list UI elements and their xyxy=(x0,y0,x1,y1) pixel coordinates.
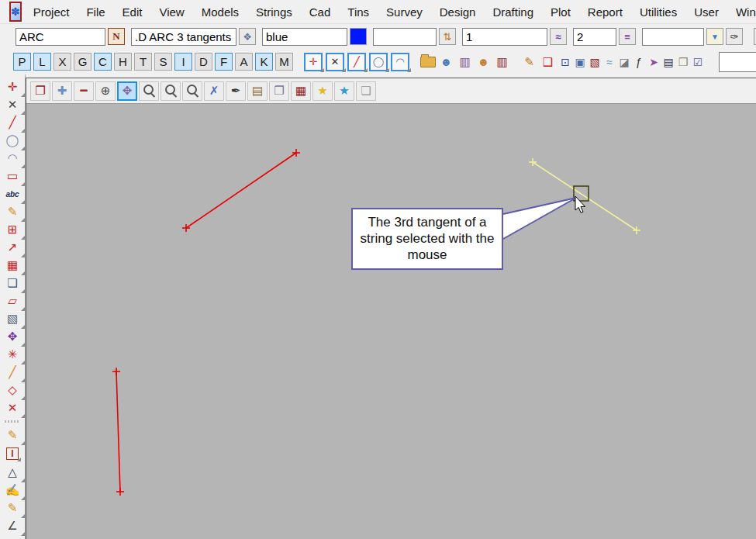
menu-tins[interactable]: Tins xyxy=(339,5,378,19)
model-name-button[interactable]: N xyxy=(108,28,125,45)
polygon-icon[interactable]: ▱ xyxy=(3,293,22,309)
menu-user[interactable]: User xyxy=(685,5,727,19)
node-snap-icon[interactable]: ✕ xyxy=(326,53,344,71)
redraw-brush-icon[interactable]: ✒ xyxy=(226,81,246,101)
tools-folder-icon[interactable] xyxy=(420,57,436,67)
plan-arrow-icon[interactable]: ➤ xyxy=(647,54,661,71)
draw-circle-icon[interactable]: ◯ xyxy=(3,133,22,148)
angle-line-icon[interactable]: ∠ xyxy=(3,518,22,534)
dimension-icon[interactable]: ↗ xyxy=(3,240,22,255)
freehand-pencil-icon[interactable]: ✎ xyxy=(3,427,22,443)
drawing-canvas[interactable]: The 3rd tangent of a string selected wit… xyxy=(26,104,756,539)
multicolor-line-icon[interactable]: ╱ xyxy=(3,365,22,380)
pan-icon[interactable]: ✥ xyxy=(117,81,137,101)
cad-mode-i[interactable]: I xyxy=(174,53,192,71)
menu-project[interactable]: Project xyxy=(25,5,78,19)
tin-panel-icon[interactable]: ≈ xyxy=(602,54,616,71)
cad-mode-g[interactable]: G xyxy=(74,53,91,71)
view-dialog-icon[interactable]: ▦ xyxy=(291,81,311,101)
copy-box-icon[interactable]: ❏ xyxy=(3,275,22,291)
symbol-pencil-icon[interactable]: ✎ xyxy=(3,204,22,219)
plot-icon[interactable]: ▤ xyxy=(247,81,268,101)
colour-swatch-button[interactable] xyxy=(350,28,367,45)
arc-snap-icon[interactable]: ◠ xyxy=(391,53,409,71)
tag-icon[interactable]: ❑ xyxy=(540,54,556,71)
menu-cad[interactable]: Cad xyxy=(301,5,340,19)
linestyle-button[interactable]: ≡ xyxy=(619,28,636,45)
menu-edit[interactable]: Edit xyxy=(114,5,151,19)
zoom-dynamic-icon[interactable] xyxy=(139,81,159,101)
menu-file[interactable]: File xyxy=(78,5,113,19)
menu-utilities[interactable]: Utilities xyxy=(631,5,685,19)
zoom-extents-icon[interactable]: ⊕ xyxy=(95,81,116,101)
zoom-previous-icon[interactable] xyxy=(182,81,202,101)
cad-mode-p[interactable]: P xyxy=(13,53,31,71)
circle-snap-icon[interactable]: ◯ xyxy=(369,53,388,71)
notepad-pencil-icon[interactable]: ✍ xyxy=(3,482,22,498)
red-string-upper[interactable] xyxy=(182,149,300,232)
cad-mode-t[interactable]: T xyxy=(134,53,152,71)
add-vertex-icon[interactable]: ⊞ xyxy=(3,222,22,237)
interest-i-icon[interactable]: I xyxy=(6,447,19,460)
dropdown-arrow-button[interactable]: ▼ xyxy=(706,28,723,45)
function-panel-icon[interactable]: ƒ xyxy=(632,54,646,71)
cad-mode-s[interactable]: S xyxy=(154,53,172,71)
crosshair-point-icon[interactable]: ✛ xyxy=(3,79,22,95)
menu-models[interactable]: Models xyxy=(193,5,247,19)
library-book-icon[interactable]: ▥ xyxy=(457,54,473,71)
cad-mode-k[interactable]: K xyxy=(255,53,273,71)
image-insert-icon[interactable]: ▧ xyxy=(3,311,22,327)
cad-mode-d[interactable]: D xyxy=(195,53,212,71)
height-z-button[interactable]: ⇅ xyxy=(439,28,456,45)
menu-plot[interactable]: Plot xyxy=(542,5,579,19)
point-number-input[interactable] xyxy=(462,28,547,46)
line-star-icon[interactable]: ✳ xyxy=(3,347,22,362)
delete-node-icon[interactable]: ✕ xyxy=(3,400,22,416)
draw-rectangle-icon[interactable]: ▭ xyxy=(3,168,22,184)
cad-mode-a[interactable]: A xyxy=(235,53,253,71)
wave-pencil-icon[interactable]: ✎ xyxy=(3,500,22,516)
snap-cancel-icon[interactable]: ✗ xyxy=(204,81,224,101)
menu-strings[interactable]: Strings xyxy=(247,5,301,19)
menu-window[interactable]: Window xyxy=(727,5,756,19)
grid-table-icon[interactable]: ▦ xyxy=(3,257,22,273)
user-folder-icon[interactable]: ☻ xyxy=(438,54,454,71)
layers-panel-icon[interactable]: ▤ xyxy=(661,54,675,71)
height-input[interactable] xyxy=(373,28,437,46)
extra-input[interactable] xyxy=(642,28,704,46)
zoom-out-icon[interactable]: ━ xyxy=(74,81,94,101)
command-input[interactable] xyxy=(719,52,756,72)
menu-drafting[interactable]: Drafting xyxy=(484,5,542,19)
cad-mode-h[interactable]: H xyxy=(114,53,132,71)
menu-survey[interactable]: Survey xyxy=(378,5,431,19)
text-abc-icon[interactable]: abc xyxy=(3,186,22,202)
zoom-in-icon[interactable]: ✚ xyxy=(52,81,72,101)
colour-input[interactable] xyxy=(262,28,347,46)
copy-view-icon[interactable]: ❐ xyxy=(269,81,289,101)
menu-design[interactable]: Design xyxy=(431,5,485,19)
pentagon-icon[interactable]: ◇ xyxy=(3,382,22,398)
cad-mode-c[interactable]: C xyxy=(94,53,112,71)
template-input[interactable] xyxy=(131,28,236,46)
cad-mode-f[interactable]: F xyxy=(215,53,233,71)
linestyle-input[interactable] xyxy=(573,28,616,46)
clipboard-icon[interactable]: ❒ xyxy=(676,54,690,71)
menu-view[interactable]: View xyxy=(150,5,192,19)
notepad-edit-icon[interactable]: ✎ xyxy=(521,54,537,71)
options-check-icon[interactable]: ☑ xyxy=(691,54,705,71)
cad-mode-l[interactable]: L xyxy=(33,53,51,71)
team-folder-icon[interactable]: ☻ xyxy=(475,54,492,71)
survey-level-icon[interactable]: △ xyxy=(3,465,22,480)
yellow-string-selected[interactable] xyxy=(529,158,640,234)
save-view-icon[interactable]: ❐ xyxy=(30,81,50,101)
point-snap-icon[interactable]: ✛ xyxy=(304,53,323,71)
draw-arc-icon[interactable]: ◠ xyxy=(3,150,22,166)
model-input[interactable] xyxy=(16,28,105,46)
tin-layers-button[interactable]: ❖ xyxy=(239,28,256,45)
breakline-button[interactable]: ≈ xyxy=(550,28,567,45)
move-arrows-icon[interactable]: ✥ xyxy=(3,329,22,344)
zoom-centre-icon[interactable] xyxy=(161,81,181,101)
favourite-star-blue-icon[interactable]: ★ xyxy=(334,81,354,101)
line-snap-icon[interactable]: ╱ xyxy=(347,53,366,71)
layout-grid-icon[interactable]: ❏ xyxy=(356,81,376,101)
